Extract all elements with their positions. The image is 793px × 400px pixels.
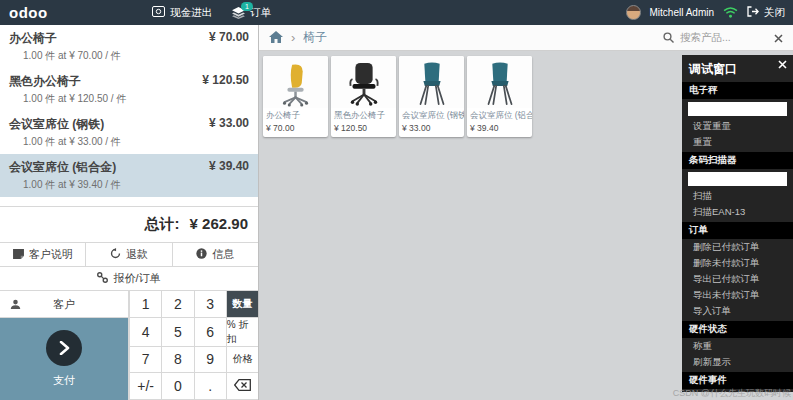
backspace-icon <box>234 378 251 394</box>
orders-label: 订单 <box>250 6 271 20</box>
debug-window: 调试窗口 电子秤设置重量重置条码扫描器扫描扫描EAN-13订单删除已付款订单删除… <box>682 55 793 392</box>
numpad-key-.[interactable]: . <box>194 373 226 400</box>
numpad-key-9[interactable]: 9 <box>194 347 226 374</box>
order-line-price: ¥ 33.00 <box>209 116 249 133</box>
order-line-name: 会议室席位 (钢铁) <box>9 116 104 133</box>
product-image <box>467 56 532 108</box>
search-input[interactable]: 搜索产品... <box>663 29 783 47</box>
numpad-key-2[interactable]: 2 <box>161 291 193 318</box>
numpad-key-5[interactable]: 5 <box>161 318 193 347</box>
order-line-detail: 1.00 件 at ¥ 33.00 / 件 <box>9 133 249 152</box>
close-session-button[interactable]: 关闭 <box>747 6 785 20</box>
breadcrumb-category[interactable]: 椅子 <box>303 29 327 46</box>
debug-item-button[interactable]: 重置 <box>682 134 793 150</box>
debug-item-button[interactable]: 扫描 <box>682 188 793 204</box>
numpad-key-4[interactable]: 4 <box>129 318 161 347</box>
orders-icon: 1 <box>232 7 245 19</box>
action-row2: 报价/订单 <box>0 266 258 290</box>
numpad-key-7[interactable]: 7 <box>129 347 161 374</box>
numpad-key-3[interactable]: 3 <box>194 291 226 318</box>
order-line-top: 会议室席位 (铝合金)¥ 39.40 <box>9 159 249 176</box>
search-clear-icon[interactable] <box>774 29 783 47</box>
order-line-name: 会议室席位 (铝合金) <box>9 159 116 176</box>
numpad-backspace[interactable] <box>226 373 258 400</box>
product-price: ¥ 70.00 <box>263 122 328 137</box>
search-placeholder: 搜索产品... <box>680 31 768 45</box>
quotation-order-button[interactable]: 报价/订单 <box>0 267 258 290</box>
debug-item-button[interactable]: 导入订单 <box>682 303 793 319</box>
debug-item-button[interactable]: 设置重量 <box>682 118 793 134</box>
product-card[interactable]: 会议室席位 (钢铁)¥ 33.00 <box>399 56 464 137</box>
pay-button[interactable]: 支付 <box>0 318 129 400</box>
cash-in-out-label: 现金进出 <box>170 6 212 20</box>
pads: 客户 支付 123数量456% 折扣789价格+/-0. <box>0 290 258 400</box>
product-card[interactable]: 办公椅子¥ 70.00 <box>263 56 328 137</box>
order-line-name: 办公椅子 <box>9 30 57 47</box>
debug-sections: 电子秤设置重量重置条码扫描器扫描扫描EAN-13订单删除已付款订单删除未付款订单… <box>682 82 793 392</box>
debug-section-label: 硬件状态 <box>682 321 793 338</box>
pay-arrow-icon <box>46 330 82 366</box>
product-image <box>399 56 464 108</box>
numpad-key-0[interactable]: 0 <box>161 373 193 400</box>
orders-count-badge: 1 <box>241 2 253 11</box>
customer-button[interactable]: 客户 <box>0 291 129 318</box>
debug-item-button[interactable]: 导出已付款订单 <box>682 271 793 287</box>
watermark: CSDN @什么先生玩数码时候 <box>673 387 791 400</box>
order-line-detail: 1.00 件 at ¥ 120.50 / 件 <box>9 90 249 109</box>
numpad-key-6[interactable]: 6 <box>194 318 226 347</box>
refund-button[interactable]: 退款 <box>86 243 172 266</box>
debug-item-button[interactable]: 删除已付款订单 <box>682 239 793 255</box>
numpad-key-8[interactable]: 8 <box>161 347 193 374</box>
product-price: ¥ 39.40 <box>467 122 532 137</box>
debug-input[interactable] <box>688 102 787 116</box>
customer-note-label: 客户说明 <box>29 247 73 262</box>
debug-item-button[interactable]: 导出未付款订单 <box>682 287 793 303</box>
product-price: ¥ 33.00 <box>399 122 464 137</box>
order-line-detail: 1.00 件 at ¥ 39.40 / 件 <box>9 176 249 195</box>
order-line[interactable]: 办公椅子¥ 70.001.00 件 at ¥ 70.00 / 件 <box>0 25 258 68</box>
order-line-price: ¥ 70.00 <box>209 30 249 47</box>
product-name: 会议室席位 (铝合金) <box>467 108 532 122</box>
numpad-mode-discount[interactable]: % 折扣 <box>226 318 258 347</box>
topbar: odoo 现金进出 1 订单 Mitchell Admin 关闭 <box>0 0 793 25</box>
debug-input[interactable] <box>688 172 787 186</box>
pay-label: 支付 <box>53 373 75 388</box>
order-line[interactable]: 会议室席位 (铝合金)¥ 39.401.00 件 at ¥ 39.40 / 件 <box>0 154 258 197</box>
order-line-name: 黑色办公椅子 <box>9 73 81 90</box>
numpad-mode-qty[interactable]: 数量 <box>226 291 258 318</box>
numpad-mode-price[interactable]: 价格 <box>226 347 258 374</box>
breadcrumb: › 椅子 搜索产品... <box>259 25 793 51</box>
wifi-status-icon <box>723 4 738 22</box>
product-grid: 办公椅子¥ 70.00黑色办公椅子¥ 120.50会议室席位 (钢铁)¥ 33.… <box>263 56 532 137</box>
order-line[interactable]: 黑色办公椅子¥ 120.501.00 件 at ¥ 120.50 / 件 <box>0 68 258 111</box>
pos-screen: odoo 现金进出 1 订单 Mitchell Admin 关闭 <box>0 0 793 400</box>
debug-section-label: 条码扫描器 <box>682 152 793 169</box>
user-avatar[interactable] <box>626 5 641 20</box>
customer-note-button[interactable]: 客户说明 <box>0 243 86 266</box>
product-card[interactable]: 会议室席位 (铝合金)¥ 39.40 <box>467 56 532 137</box>
debug-item-button[interactable]: 扫描EAN-13 <box>682 204 793 220</box>
order-line-price: ¥ 120.50 <box>202 73 249 90</box>
numpad-key-+/-[interactable]: +/- <box>129 373 161 400</box>
note-icon <box>13 249 24 261</box>
order-line-price: ¥ 39.40 <box>209 159 249 176</box>
debug-header: 调试窗口 <box>682 55 793 80</box>
debug-item-button[interactable]: 刷新显示 <box>682 354 793 370</box>
order-line-list: 办公椅子¥ 70.001.00 件 at ¥ 70.00 / 件黑色办公椅子¥ … <box>0 25 258 206</box>
product-card[interactable]: 黑色办公椅子¥ 120.50 <box>331 56 396 137</box>
debug-close-icon[interactable] <box>778 60 787 69</box>
product-image <box>263 56 328 108</box>
info-button[interactable]: 信息 <box>173 243 258 266</box>
search-icon <box>663 29 674 47</box>
orders-button[interactable]: 1 订单 <box>232 6 271 20</box>
topbar-right: Mitchell Admin 关闭 <box>626 4 785 22</box>
debug-item-button[interactable]: 删除未付款订单 <box>682 255 793 271</box>
home-icon[interactable] <box>269 29 283 47</box>
numpad-key-1[interactable]: 1 <box>129 291 161 318</box>
cash-in-out-button[interactable]: 现金进出 <box>152 6 212 20</box>
info-icon <box>196 248 207 261</box>
cash-icon <box>152 6 165 19</box>
order-line[interactable]: 会议室席位 (钢铁)¥ 33.001.00 件 at ¥ 33.00 / 件 <box>0 111 258 154</box>
debug-item-button[interactable]: 称重 <box>682 338 793 354</box>
debug-section-label: 订单 <box>682 222 793 239</box>
